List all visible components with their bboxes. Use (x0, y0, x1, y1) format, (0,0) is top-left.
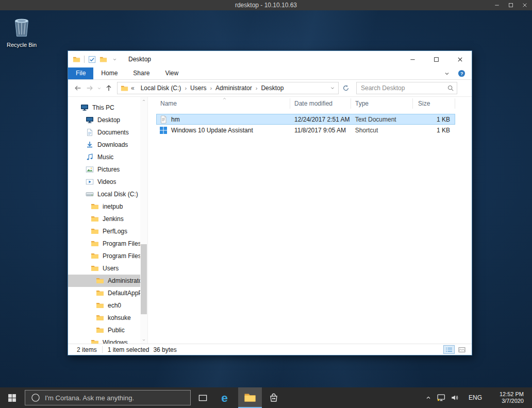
nav-item-jenkins[interactable]: Jenkins (68, 213, 140, 225)
cortana-search[interactable] (25, 390, 191, 405)
edge-icon: e (220, 392, 233, 404)
nav-item-label: Music (97, 154, 113, 161)
nav-item-ech0[interactable]: ech0 (68, 299, 140, 312)
system-tray: ENG 12:52 PM 3/7/2020 (423, 387, 532, 408)
network-status-button[interactable] (434, 387, 448, 408)
window-maximize-button[interactable] (424, 51, 448, 67)
folder-icon (96, 314, 104, 322)
rdesktop-titlebar: rdesktop - 10.10.10.63 (0, 0, 532, 10)
qat-properties-button[interactable] (88, 56, 96, 63)
nav-item-downloads[interactable]: Downloads (68, 139, 140, 151)
expand-ribbon-icon[interactable] (444, 71, 450, 77)
edge-button[interactable]: e (214, 387, 238, 408)
details-view-icon (445, 347, 453, 353)
task-view-button[interactable] (191, 387, 214, 408)
nav-item-label: Administrator (108, 277, 140, 284)
address-box[interactable]: « Local Disk (C:)›Users›Administrator›De… (117, 82, 339, 94)
scroll-down-button[interactable] (140, 336, 147, 344)
thumbnails-view-icon (458, 347, 466, 353)
nav-item-label: kohsuke (108, 314, 131, 321)
nav-item-public[interactable]: Public (68, 324, 140, 336)
up-button[interactable] (103, 82, 114, 94)
nav-scrollbar[interactable] (140, 97, 147, 344)
nav-item-windows[interactable]: Windows (68, 336, 140, 344)
cortana-input[interactable] (45, 394, 190, 402)
nav-item-users[interactable]: Users (68, 262, 140, 275)
column-header-size[interactable]: Size (413, 98, 455, 109)
breadcrumb-segment[interactable]: Users (187, 84, 210, 92)
explorer-titlebar[interactable]: Desktop (68, 51, 472, 67)
nav-item-administrator[interactable]: Administrator (68, 275, 140, 287)
nav-item-desktop[interactable]: Desktop (68, 114, 140, 126)
nav-item-label: Users (103, 265, 119, 272)
nav-item-program-files-x86[interactable]: Program Files (x86) (68, 250, 140, 262)
breadcrumb-segment[interactable]: Administrator (212, 84, 256, 92)
nav-item-defaultapppool[interactable]: DefaultAppPool (68, 287, 140, 299)
file-name: hm (171, 116, 180, 123)
selection-size: 36 bytes (153, 346, 176, 353)
this-pc-icon (80, 104, 89, 112)
column-header-date-modified[interactable]: Date modified (290, 98, 351, 109)
rdesktop-close-button[interactable] (522, 2, 528, 8)
tray-expand-button[interactable] (423, 387, 434, 408)
tab-home[interactable]: Home (93, 67, 125, 79)
scroll-up-button[interactable] (140, 97, 147, 104)
column-header-type[interactable]: Type (351, 98, 413, 109)
recycle-bin-label: Recycle Bin (7, 42, 37, 48)
details-view-button[interactable] (443, 345, 455, 354)
back-button[interactable] (72, 82, 84, 94)
scrollbar-thumb[interactable] (141, 244, 147, 314)
volume-button[interactable] (448, 387, 462, 408)
nav-item-documents[interactable]: Documents (68, 126, 140, 139)
nav-item-inetpub[interactable]: inetpub (68, 200, 140, 213)
task-view-icon (198, 393, 208, 403)
recycle-bin[interactable]: Recycle Bin (5, 14, 38, 48)
help-icon[interactable]: ? (458, 70, 466, 77)
tab-share[interactable]: Share (125, 67, 157, 79)
thumbnails-view-button[interactable] (456, 345, 468, 354)
folder-icon (91, 240, 99, 248)
store-button[interactable] (262, 387, 286, 408)
start-button[interactable] (0, 387, 24, 408)
forward-button[interactable] (84, 82, 95, 94)
rdesktop-maximize-button[interactable] (508, 2, 514, 8)
clock[interactable]: 12:52 PM 3/7/2020 (489, 391, 526, 404)
search-input[interactable] (357, 82, 457, 94)
qat-new-folder-button[interactable] (99, 56, 107, 63)
address-dropdown-icon[interactable] (330, 86, 335, 91)
qat-customize-button[interactable] (111, 56, 119, 63)
tab-view[interactable]: View (157, 67, 186, 79)
file-explorer-button[interactable] (238, 387, 262, 408)
nav-item-program-files[interactable]: Program Files (68, 237, 140, 250)
tab-file[interactable]: File (68, 67, 93, 79)
breadcrumb-overflow[interactable]: « (131, 84, 135, 92)
drive-icon (86, 190, 94, 198)
nav-item-local-disk-c[interactable]: Local Disk (C:) (68, 188, 140, 200)
nav-item-videos[interactable]: Videos (68, 176, 140, 188)
taskbar: e ENG 12:52 PM 3/7/2020 (0, 387, 532, 408)
text-file-icon (159, 115, 168, 124)
nav-item-this-pc[interactable]: This PC (68, 101, 140, 114)
search-icon[interactable] (447, 84, 454, 92)
window-minimize-button[interactable] (401, 51, 424, 67)
nav-item-label: Pictures (97, 166, 120, 173)
file-name-cell: Windows 10 Update Assistant (157, 126, 290, 134)
file-name-cell: hm (157, 115, 290, 124)
language-indicator[interactable]: ENG (462, 394, 489, 401)
location-folder-icon (121, 84, 128, 92)
breadcrumb-segment[interactable]: Local Disk (C:) (137, 84, 185, 92)
refresh-button[interactable] (340, 82, 352, 94)
nav-item-pictures[interactable]: Pictures (68, 163, 140, 176)
rdesktop-minimize-button[interactable] (494, 2, 500, 8)
file-row[interactable]: hm12/24/2017 2:51 AMText Document1 KB (156, 114, 455, 125)
nav-item-music[interactable]: Music (68, 151, 140, 163)
close-icon (457, 57, 463, 62)
recent-locations-button[interactable] (95, 82, 103, 94)
file-row[interactable]: Windows 10 Update Assistant11/8/2017 9:0… (156, 125, 455, 135)
breadcrumb-segment[interactable]: Desktop (257, 84, 287, 92)
nav-item-kohsuke[interactable]: kohsuke (68, 312, 140, 324)
folder-icon (91, 338, 99, 344)
sort-ascending-icon[interactable] (220, 96, 228, 101)
window-close-button[interactable] (448, 51, 472, 67)
nav-item-perflogs[interactable]: PerfLogs (68, 225, 140, 237)
